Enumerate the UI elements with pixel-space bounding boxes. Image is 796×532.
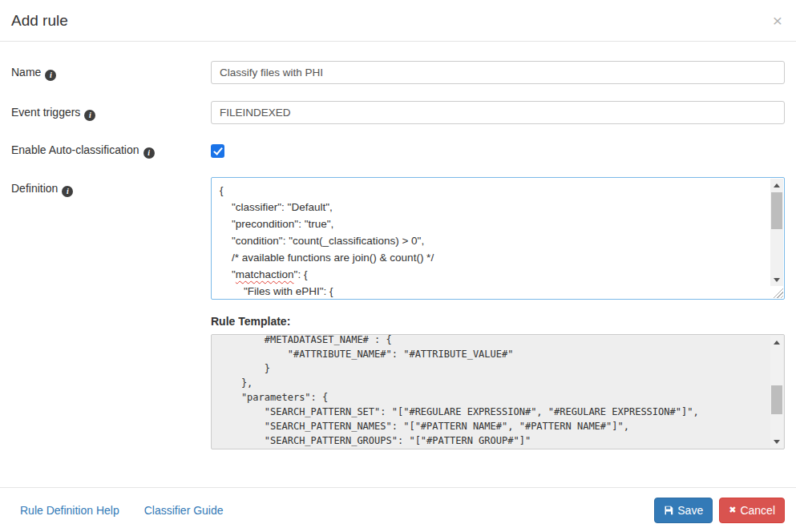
misspelled-word: matchaction bbox=[236, 268, 294, 280]
scroll-up-icon[interactable] bbox=[770, 179, 783, 191]
auto-classification-row: Enable Auto-classificationi bbox=[11, 141, 785, 159]
code-line: "SEARCH_PATTERN_SET": "["#REGULARE EXPRE… bbox=[218, 405, 764, 419]
page-title: Add rule bbox=[11, 12, 68, 30]
cancel-icon: ✖ bbox=[729, 506, 736, 514]
name-label: Name bbox=[11, 66, 41, 79]
resize-grip-icon[interactable] bbox=[772, 287, 783, 298]
save-button[interactable]: Save bbox=[654, 498, 713, 523]
rule-definition-help-link[interactable]: Rule Definition Help bbox=[20, 504, 119, 517]
scrollbar-track[interactable] bbox=[770, 349, 783, 435]
code-line: #METADATASET_NAME# : { bbox=[218, 334, 764, 347]
definition-row: Definitioni { "classifier": "Default", "… bbox=[11, 177, 785, 449]
scrollbar-thumb[interactable] bbox=[771, 192, 782, 229]
scroll-down-icon[interactable] bbox=[770, 435, 783, 448]
close-icon[interactable]: × bbox=[773, 12, 782, 29]
info-icon: i bbox=[143, 147, 155, 159]
info-icon: i bbox=[62, 186, 73, 197]
scroll-up-icon[interactable] bbox=[770, 336, 783, 349]
code-line: } bbox=[218, 361, 764, 376]
footer-links: Rule Definition Help Classifier Guide bbox=[20, 504, 224, 517]
code-line: } bbox=[218, 448, 764, 449]
code-line: "parameters": { bbox=[218, 390, 764, 405]
code-line: "SEARCH_PATTERN_GROUPS": "["#PATTERN GRO… bbox=[218, 433, 764, 448]
scroll-down-icon[interactable] bbox=[770, 273, 783, 286]
code-line: }, bbox=[218, 376, 764, 390]
event-triggers-label: Event triggers bbox=[11, 106, 80, 119]
rule-template-scrollbar[interactable] bbox=[770, 336, 783, 448]
rule-template-textarea[interactable]: #METADATASET_NAME# : { "#ATTRIBUTE_NAME#… bbox=[211, 334, 785, 449]
code-line: /* available functions are join() & coun… bbox=[220, 249, 762, 266]
code-line: "classifier": "Default", bbox=[220, 199, 762, 216]
save-button-label: Save bbox=[677, 504, 703, 517]
rule-template-content: #METADATASET_NAME# : { "#ATTRIBUTE_NAME#… bbox=[212, 334, 770, 449]
code-line: "#ATTRIBUTE_NAME#": "#ATTRIBUTE_VALUE#" bbox=[218, 347, 764, 361]
scrollbar-thumb[interactable] bbox=[771, 385, 782, 414]
modal-footer: Rule Definition Help Classifier Guide Sa… bbox=[0, 487, 796, 532]
cancel-button-label: Cancel bbox=[740, 504, 775, 517]
definition-content: { "classifier": "Default", "precondition… bbox=[212, 178, 770, 299]
definition-label: Definition bbox=[11, 182, 58, 195]
name-row: Namei bbox=[11, 61, 785, 84]
code-line: "Files with ePHI": { bbox=[220, 283, 762, 299]
name-input[interactable] bbox=[211, 61, 785, 84]
code-line: "condition": "count(_classifications) > … bbox=[220, 232, 762, 249]
info-icon: i bbox=[45, 70, 56, 81]
code-line: "SEARCH_PATTERN_NAMES": "["#PATTERN NAME… bbox=[218, 419, 764, 433]
scrollbar-track[interactable] bbox=[770, 191, 783, 273]
auto-classification-label: Enable Auto-classification bbox=[11, 143, 139, 156]
code-line: "precondition": "true", bbox=[220, 216, 762, 232]
cancel-button[interactable]: ✖ Cancel bbox=[719, 498, 785, 523]
modal-body: Namei Event triggersi Enable Auto-classi… bbox=[0, 42, 796, 449]
save-icon bbox=[664, 506, 673, 515]
info-icon: i bbox=[84, 110, 95, 121]
add-rule-modal: Add rule × Namei Event triggersi Enable … bbox=[0, 0, 796, 449]
modal-header: Add rule × bbox=[0, 0, 796, 42]
definition-scrollbar[interactable] bbox=[770, 179, 783, 286]
code-line: "matchaction": { bbox=[220, 266, 762, 283]
rule-template-label: Rule Template: bbox=[211, 315, 785, 328]
code-line: { bbox=[220, 182, 762, 199]
definition-textarea[interactable]: { "classifier": "Default", "precondition… bbox=[211, 177, 785, 300]
event-triggers-input[interactable] bbox=[211, 101, 785, 124]
event-triggers-row: Event triggersi bbox=[11, 101, 785, 124]
classifier-guide-link[interactable]: Classifier Guide bbox=[144, 504, 224, 517]
auto-classification-checkbox[interactable] bbox=[211, 144, 224, 158]
